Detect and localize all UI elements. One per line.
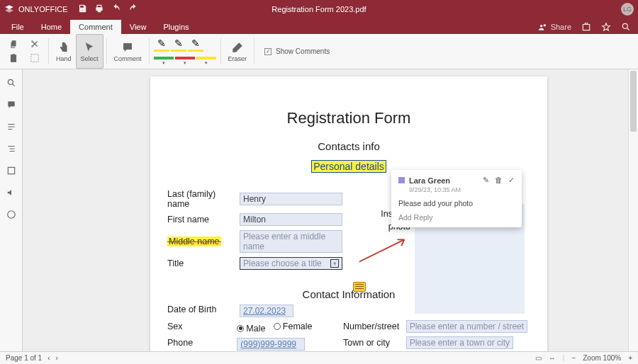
undo-icon[interactable]	[111, 4, 121, 15]
svg-point-0	[622, 23, 627, 28]
author-color-icon	[398, 177, 405, 183]
delete-comment-icon[interactable]: 🗑	[495, 176, 503, 185]
thumbnails-icon[interactable]	[6, 166, 16, 178]
zoom-level[interactable]: Zoom 100%	[583, 354, 621, 362]
label-last-name: Last (family) name	[167, 189, 240, 209]
comment-author: Lara Green	[409, 176, 450, 185]
svg-rect-3	[31, 54, 39, 62]
cut-icon[interactable]	[30, 39, 40, 50]
headings-icon[interactable]	[6, 122, 16, 134]
title-bar: ONLYOFFICE Registration Form 2023.pdf LG	[0, 0, 638, 18]
field-title-dropdown[interactable]: Please choose a title▾	[240, 257, 342, 270]
tab-comment[interactable]: Comment	[70, 20, 121, 34]
form-title: Registration Form	[167, 109, 530, 127]
form-subtitle: Contacts info	[167, 140, 530, 152]
label-title: Title	[167, 258, 240, 268]
select-tool[interactable]: Select	[76, 34, 103, 69]
field-town[interactable]: Please enter a town or city	[406, 336, 513, 349]
label-town: Town or city	[343, 338, 406, 351]
label-phone: Phone	[167, 338, 237, 351]
field-middle-name[interactable]: Please enter a middle name	[240, 230, 342, 253]
tab-home[interactable]: Home	[33, 20, 70, 34]
save-icon[interactable]	[77, 4, 87, 15]
eraser-tool[interactable]: Eraser	[224, 34, 252, 69]
document-canvas[interactable]: Registration Form Contacts info Personal…	[23, 69, 628, 351]
page-indicator: Page 1 of 1	[6, 354, 42, 362]
quick-access	[77, 4, 138, 15]
chevron-down-icon: ▾	[330, 259, 339, 268]
hand-tool[interactable]: Hand	[52, 34, 76, 69]
personal-details-heading: Personal details	[311, 160, 386, 173]
redo-icon[interactable]	[128, 4, 138, 15]
label-middle-name: Middle name	[167, 237, 221, 246]
document-title: Registration Form 2023.pdf	[272, 5, 366, 13]
field-dob[interactable]: 27.02.2023	[240, 305, 293, 317]
next-page-icon[interactable]: ›	[56, 354, 58, 362]
tab-file[interactable]: File	[3, 20, 33, 34]
radio-female[interactable]: Female	[274, 322, 313, 331]
print-icon[interactable]	[94, 4, 104, 15]
contact-info-heading: Contact Information	[167, 288, 530, 300]
label-number-street: Number/street	[343, 322, 406, 334]
label-sex: Sex	[167, 322, 237, 334]
share-button[interactable]: Share	[538, 22, 571, 32]
copy-icon[interactable]	[9, 39, 18, 50]
field-first-name[interactable]: Milton	[240, 213, 342, 226]
zoom-out-icon[interactable]: −	[571, 354, 576, 362]
add-reply-input[interactable]: Add Reply	[398, 213, 515, 222]
resolve-comment-icon[interactable]: ✓	[508, 176, 515, 185]
highlight-yellow-3[interactable]: ✎	[188, 38, 203, 52]
pdf-page: Registration Form Contacts info Personal…	[150, 76, 547, 351]
comment-popup: Lara Green ✎ 🗑 ✓ 9/29/23, 10:35 AM Pleas…	[391, 170, 522, 227]
status-bar: Page 1 of 1 ‹ › ▭ ↔ | − Zoom 100% +	[0, 351, 638, 364]
comment-body: Please add your photo	[398, 199, 515, 207]
svg-rect-5	[8, 167, 14, 174]
svg-point-6	[7, 211, 15, 219]
fit-width-icon[interactable]: ↔	[549, 354, 556, 362]
svg-point-4	[8, 79, 13, 84]
fit-page-icon[interactable]: ▭	[535, 354, 542, 362]
label-dob: Date of Birth	[167, 305, 240, 317]
about-icon[interactable]	[6, 210, 16, 222]
search-icon[interactable]	[621, 22, 631, 32]
field-phone[interactable]: (999)999-9999	[237, 338, 305, 351]
prev-page-icon[interactable]: ‹	[47, 354, 50, 362]
zoom-in-icon[interactable]: +	[628, 354, 632, 362]
paste-icon[interactable]	[9, 53, 18, 64]
show-comments-checkbox[interactable]: ✓Show Comments	[257, 34, 330, 69]
tab-view[interactable]: View	[121, 20, 155, 34]
app-logo: ONLYOFFICE	[4, 4, 67, 14]
menu-bar: File Home Comment View Plugins Share	[0, 18, 638, 34]
highlight-yellow-2[interactable]: ✎	[171, 38, 186, 52]
find-icon[interactable]	[6, 78, 16, 90]
user-avatar[interactable]: LG	[621, 3, 634, 16]
vertical-scrollbar[interactable]	[628, 69, 638, 351]
tab-plugins[interactable]: Plugins	[155, 20, 197, 34]
workspace: Registration Form Contacts info Personal…	[0, 69, 638, 351]
highlight-yellow-1[interactable]: ✎	[154, 38, 169, 52]
underline-yellow[interactable]: ▾	[196, 56, 216, 66]
field-last-name[interactable]: Henry	[240, 193, 342, 205]
feedback-icon[interactable]	[6, 188, 16, 200]
label-first-name: First name	[167, 215, 240, 224]
favorite-icon[interactable]	[601, 22, 611, 32]
field-number-street[interactable]: Please enter a number / street	[406, 320, 527, 333]
ribbon: Hand Select Comment ✎ ✎ ✎ ▾ ▾ ▾ Eraser ✓…	[0, 34, 638, 69]
comment-timestamp: 9/29/23, 10:35 AM	[409, 186, 515, 193]
comment-tool[interactable]: Comment	[110, 34, 146, 69]
comment-marker-icon[interactable]	[353, 282, 366, 292]
app-name: ONLYOFFICE	[18, 5, 67, 13]
open-location-icon[interactable]	[581, 22, 591, 32]
left-panel	[0, 69, 23, 351]
select-all-icon[interactable]	[30, 53, 40, 64]
underline-red[interactable]: ▾	[175, 56, 195, 66]
radio-male[interactable]: Male	[237, 324, 265, 334]
underline-green[interactable]: ▾	[154, 56, 174, 66]
edit-comment-icon[interactable]: ✎	[483, 176, 489, 185]
comments-panel-icon[interactable]	[6, 100, 16, 112]
outline-icon[interactable]	[6, 144, 16, 156]
